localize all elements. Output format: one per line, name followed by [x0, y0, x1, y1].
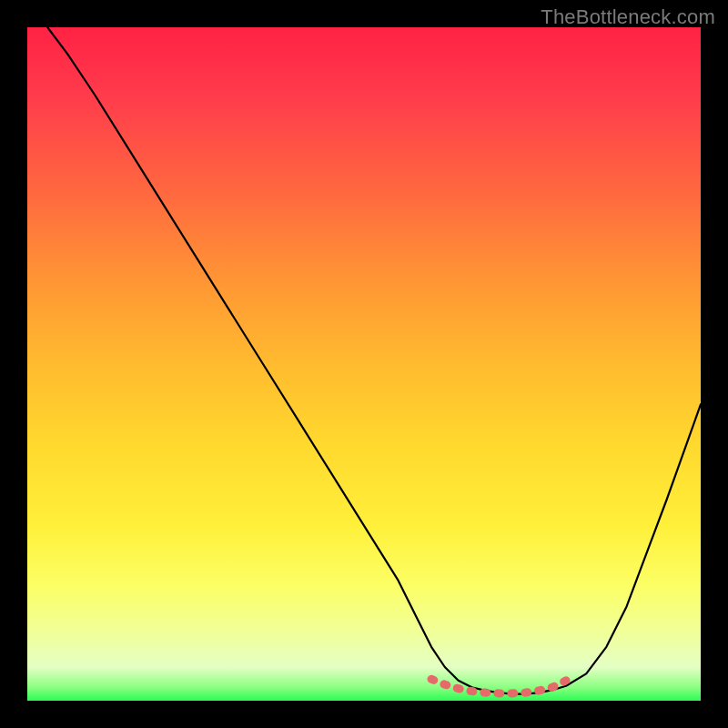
curve-layer [27, 27, 701, 701]
chart-frame: TheBottleneck.com [0, 0, 728, 728]
plot-area [27, 27, 701, 701]
watermark-text: TheBottleneck.com [541, 5, 715, 29]
bottleneck-curve-path [47, 27, 701, 694]
